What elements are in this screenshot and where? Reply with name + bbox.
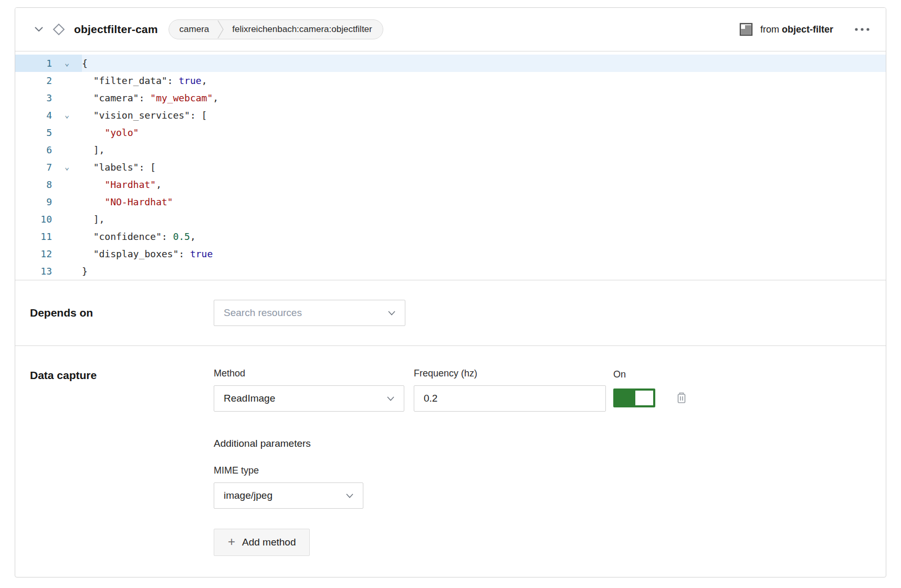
component-header: objectfilter-cam camera felixreichenbach… — [15, 8, 886, 51]
code-line[interactable]: 3 "camera": "my_webcam", — [15, 89, 886, 107]
chevron-down-icon — [346, 494, 353, 498]
code-line[interactable]: 11 "confidence": 0.5, — [15, 228, 886, 245]
component-type-diamond-icon — [51, 22, 67, 37]
plus-icon: + — [228, 536, 235, 548]
code-content: "Hardhat", — [82, 176, 162, 193]
additional-parameters-label: Additional parameters — [214, 438, 886, 449]
code-line[interactable]: 7⌄ "labels": [ — [15, 159, 886, 176]
code-content: { — [82, 55, 88, 72]
capture-on-toggle[interactable] — [613, 388, 655, 407]
code-content: "camera": "my_webcam", — [82, 89, 218, 107]
chevron-down-icon — [388, 311, 395, 316]
depends-on-section: Depends on Search resources — [15, 280, 886, 346]
line-number: 3 — [15, 89, 52, 107]
gutter-spacer — [52, 89, 82, 107]
code-content: "NO-Hardhat" — [82, 193, 173, 211]
gutter-spacer — [52, 245, 82, 262]
code-line[interactable]: 12 "display_boxes": true — [15, 245, 886, 262]
method-select[interactable]: ReadImage — [214, 385, 404, 412]
code-content: "labels": [ — [82, 159, 156, 176]
code-content: "yolo" — [82, 124, 139, 141]
depends-on-heading: Depends on — [30, 307, 214, 319]
trash-icon — [675, 391, 688, 405]
code-line[interactable]: 8 "Hardhat", — [15, 176, 886, 193]
gutter-spacer — [52, 193, 82, 211]
module-name: object-filter — [782, 24, 833, 35]
line-number: 11 — [15, 228, 52, 245]
badge-chevron-separator-icon — [217, 20, 224, 39]
add-method-button[interactable]: + Add method — [214, 529, 310, 556]
code-content: "display_boxes": true — [82, 245, 213, 262]
from-module-label: from object-filter — [760, 24, 833, 35]
data-capture-section: Data capture Method ReadImage Frequency … — [15, 346, 886, 578]
mime-type-select[interactable]: image/jpeg — [214, 482, 363, 509]
chevron-down-icon — [387, 396, 394, 401]
code-line[interactable]: 4⌄ "vision_services": [ — [15, 107, 886, 124]
code-line[interactable]: 6 ], — [15, 141, 886, 159]
toggle-knob — [635, 391, 653, 405]
line-number: 5 — [15, 124, 52, 141]
line-number: 13 — [15, 262, 52, 280]
line-number: 6 — [15, 141, 52, 159]
mime-type-value: image/jpeg — [224, 490, 273, 501]
mime-type-label: MIME type — [214, 465, 886, 476]
gutter-spacer — [52, 228, 82, 245]
code-content: ], — [82, 141, 104, 159]
fold-toggle-icon[interactable]: ⌄ — [52, 55, 82, 72]
add-method-label: Add method — [242, 537, 296, 548]
code-line[interactable]: 5 "yolo" — [15, 124, 886, 141]
method-label: Method — [214, 368, 404, 379]
line-number: 1 — [15, 55, 52, 72]
delete-method-button[interactable] — [675, 391, 688, 405]
code-editor[interactable]: 1⌄{2 "filter_data": true,3 "camera": "my… — [15, 51, 886, 280]
gutter-spacer — [52, 176, 82, 193]
collapse-chevron-icon[interactable] — [30, 20, 48, 38]
component-card: objectfilter-cam camera felixreichenbach… — [15, 7, 886, 578]
code-line[interactable]: 2 "filter_data": true, — [15, 72, 886, 89]
component-type-label: camera — [180, 24, 209, 35]
code-content: ], — [82, 211, 104, 228]
gutter-spacer — [52, 262, 82, 280]
code-line[interactable]: 13} — [15, 262, 886, 280]
gutter-spacer — [52, 141, 82, 159]
more-menu-button[interactable] — [852, 24, 872, 35]
line-number: 4 — [15, 107, 52, 124]
line-number: 12 — [15, 245, 52, 262]
module-icon — [739, 23, 753, 36]
line-number: 7 — [15, 159, 52, 176]
line-number: 8 — [15, 176, 52, 193]
code-line[interactable]: 10 ], — [15, 211, 886, 228]
code-content: "vision_services": [ — [82, 107, 207, 124]
line-number: 9 — [15, 193, 52, 211]
data-capture-heading: Data capture — [30, 369, 214, 382]
capture-toggle-label: On — [613, 369, 688, 380]
gutter-spacer — [52, 124, 82, 141]
gutter-spacer — [52, 72, 82, 89]
code-content: } — [82, 262, 88, 280]
fold-toggle-icon[interactable]: ⌄ — [52, 159, 82, 176]
code-content: "filter_data": true, — [82, 72, 207, 89]
depends-on-select[interactable]: Search resources — [214, 300, 405, 326]
code-content: "confidence": 0.5, — [82, 228, 196, 245]
code-line[interactable]: 9 "NO-Hardhat" — [15, 193, 886, 211]
fold-toggle-icon[interactable]: ⌄ — [52, 107, 82, 124]
gutter-spacer — [52, 211, 82, 228]
component-model-badge: camera felixreichenbach:camera:objectfil… — [169, 19, 383, 39]
line-number: 10 — [15, 211, 52, 228]
frequency-input[interactable] — [414, 385, 606, 412]
method-value: ReadImage — [224, 393, 275, 404]
data-capture-form: Method ReadImage Frequency (hz) On — [214, 368, 886, 556]
component-title: objectfilter-cam — [74, 23, 158, 36]
code-line[interactable]: 1⌄{ — [15, 55, 886, 72]
frequency-label: Frequency (hz) — [414, 368, 606, 379]
depends-on-placeholder: Search resources — [224, 307, 302, 319]
line-number: 2 — [15, 72, 52, 89]
component-model-triplet: felixreichenbach:camera:objectfilter — [232, 24, 372, 35]
